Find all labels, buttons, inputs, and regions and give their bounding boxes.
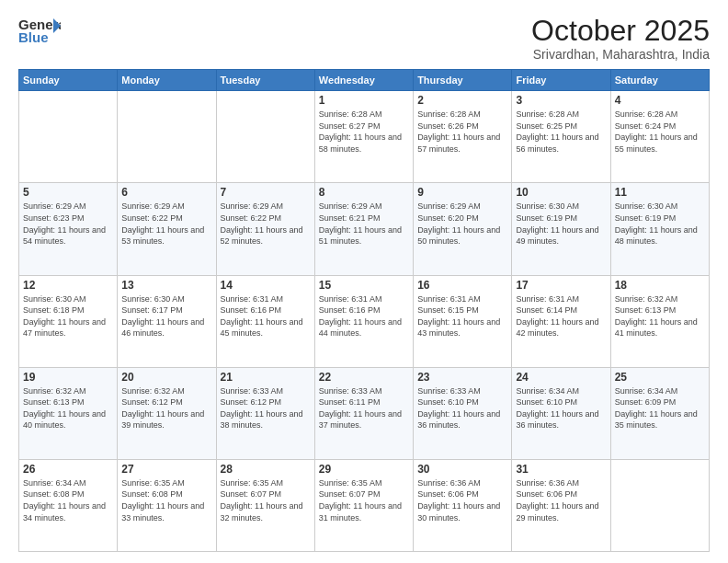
day-info: Sunrise: 6:30 AMSunset: 6:19 PMDaylight:…	[516, 201, 606, 247]
day-info: Sunrise: 6:35 AMSunset: 6:07 PMDaylight:…	[319, 477, 409, 523]
day-info: Sunrise: 6:36 AMSunset: 6:06 PMDaylight:…	[417, 477, 507, 523]
table-cell: 26 Sunrise: 6:34 AMSunset: 6:08 PMDaylig…	[19, 459, 118, 551]
table-cell: 11 Sunrise: 6:30 AMSunset: 6:19 PMDaylig…	[610, 183, 709, 275]
table-cell: 31 Sunrise: 6:36 AMSunset: 6:06 PMDaylig…	[512, 459, 610, 551]
col-sunday: Sunday	[19, 70, 118, 91]
logo: General Blue	[18, 15, 61, 53]
table-cell: 2 Sunrise: 6:28 AMSunset: 6:26 PMDayligh…	[414, 91, 512, 183]
day-number: 19	[23, 371, 113, 384]
day-info: Sunrise: 6:29 AMSunset: 6:21 PMDaylight:…	[319, 201, 409, 247]
table-cell: 28 Sunrise: 6:35 AMSunset: 6:07 PMDaylig…	[216, 459, 314, 551]
table-cell: 25 Sunrise: 6:34 AMSunset: 6:09 PMDaylig…	[610, 367, 709, 459]
day-number: 9	[417, 186, 507, 199]
table-cell: 14 Sunrise: 6:31 AMSunset: 6:16 PMDaylig…	[216, 275, 314, 367]
day-number: 8	[319, 186, 409, 199]
table-cell: 30 Sunrise: 6:36 AMSunset: 6:06 PMDaylig…	[414, 459, 512, 551]
week-row-1: 5 Sunrise: 6:29 AMSunset: 6:23 PMDayligh…	[19, 183, 710, 275]
table-cell: 20 Sunrise: 6:32 AMSunset: 6:12 PMDaylig…	[118, 367, 216, 459]
col-wednesday: Wednesday	[314, 70, 413, 91]
table-cell: 4 Sunrise: 6:28 AMSunset: 6:24 PMDayligh…	[610, 91, 709, 183]
table-cell: 12 Sunrise: 6:30 AMSunset: 6:18 PMDaylig…	[19, 275, 118, 367]
day-number: 13	[121, 279, 211, 292]
day-number: 27	[121, 463, 211, 476]
day-number: 16	[417, 279, 507, 292]
day-info: Sunrise: 6:32 AMSunset: 6:12 PMDaylight:…	[121, 385, 211, 431]
day-info: Sunrise: 6:29 AMSunset: 6:22 PMDaylight:…	[221, 201, 311, 247]
svg-text:Blue: Blue	[18, 29, 49, 45]
day-number: 10	[516, 186, 606, 199]
day-number: 31	[516, 463, 606, 476]
day-info: Sunrise: 6:31 AMSunset: 6:16 PMDaylight:…	[319, 293, 409, 339]
table-cell: 23 Sunrise: 6:33 AMSunset: 6:10 PMDaylig…	[414, 367, 512, 459]
day-number: 26	[23, 463, 113, 476]
table-cell: 24 Sunrise: 6:34 AMSunset: 6:10 PMDaylig…	[512, 367, 610, 459]
month-title: October 2025	[531, 15, 710, 47]
table-cell: 5 Sunrise: 6:29 AMSunset: 6:23 PMDayligh…	[19, 183, 118, 275]
day-info: Sunrise: 6:31 AMSunset: 6:16 PMDaylight:…	[221, 293, 311, 339]
table-cell: 6 Sunrise: 6:29 AMSunset: 6:22 PMDayligh…	[118, 183, 216, 275]
day-number: 25	[615, 371, 705, 384]
day-info: Sunrise: 6:28 AMSunset: 6:24 PMDaylight:…	[615, 109, 705, 155]
table-cell	[610, 459, 709, 551]
day-info: Sunrise: 6:34 AMSunset: 6:10 PMDaylight:…	[516, 385, 606, 431]
day-number: 17	[516, 279, 606, 292]
day-number: 3	[516, 94, 606, 107]
day-info: Sunrise: 6:29 AMSunset: 6:20 PMDaylight:…	[417, 201, 507, 247]
table-cell	[216, 91, 314, 183]
day-info: Sunrise: 6:33 AMSunset: 6:12 PMDaylight:…	[221, 385, 311, 431]
day-info: Sunrise: 6:32 AMSunset: 6:13 PMDaylight:…	[23, 385, 113, 431]
day-info: Sunrise: 6:35 AMSunset: 6:07 PMDaylight:…	[221, 477, 311, 523]
day-number: 18	[615, 279, 705, 292]
col-friday: Friday	[512, 70, 610, 91]
day-info: Sunrise: 6:28 AMSunset: 6:27 PMDaylight:…	[319, 109, 409, 155]
table-cell: 8 Sunrise: 6:29 AMSunset: 6:21 PMDayligh…	[314, 183, 413, 275]
table-cell: 21 Sunrise: 6:33 AMSunset: 6:12 PMDaylig…	[216, 367, 314, 459]
table-cell: 22 Sunrise: 6:33 AMSunset: 6:11 PMDaylig…	[314, 367, 413, 459]
table-cell: 7 Sunrise: 6:29 AMSunset: 6:22 PMDayligh…	[216, 183, 314, 275]
day-number: 30	[417, 463, 507, 476]
table-cell: 27 Sunrise: 6:35 AMSunset: 6:08 PMDaylig…	[118, 459, 216, 551]
day-info: Sunrise: 6:30 AMSunset: 6:18 PMDaylight:…	[23, 293, 113, 339]
table-cell: 29 Sunrise: 6:35 AMSunset: 6:07 PMDaylig…	[314, 459, 413, 551]
table-cell: 16 Sunrise: 6:31 AMSunset: 6:15 PMDaylig…	[414, 275, 512, 367]
day-info: Sunrise: 6:35 AMSunset: 6:08 PMDaylight:…	[121, 477, 211, 523]
day-info: Sunrise: 6:33 AMSunset: 6:11 PMDaylight:…	[319, 385, 409, 431]
day-number: 7	[221, 186, 311, 199]
header: General Blue October 2025 Srivardhan, Ma…	[18, 15, 710, 62]
page: General Blue October 2025 Srivardhan, Ma…	[0, 0, 728, 563]
day-info: Sunrise: 6:28 AMSunset: 6:26 PMDaylight:…	[417, 109, 507, 155]
table-cell: 19 Sunrise: 6:32 AMSunset: 6:13 PMDaylig…	[19, 367, 118, 459]
day-info: Sunrise: 6:34 AMSunset: 6:09 PMDaylight:…	[615, 385, 705, 431]
day-info: Sunrise: 6:36 AMSunset: 6:06 PMDaylight:…	[516, 477, 606, 523]
day-info: Sunrise: 6:28 AMSunset: 6:25 PMDaylight:…	[516, 109, 606, 155]
day-info: Sunrise: 6:31 AMSunset: 6:15 PMDaylight:…	[417, 293, 507, 339]
week-row-0: 1 Sunrise: 6:28 AMSunset: 6:27 PMDayligh…	[19, 91, 710, 183]
title-area: October 2025 Srivardhan, Maharashtra, In…	[531, 15, 710, 62]
table-cell: 15 Sunrise: 6:31 AMSunset: 6:16 PMDaylig…	[314, 275, 413, 367]
day-number: 15	[319, 279, 409, 292]
day-info: Sunrise: 6:29 AMSunset: 6:22 PMDaylight:…	[121, 201, 211, 247]
col-tuesday: Tuesday	[216, 70, 314, 91]
week-row-2: 12 Sunrise: 6:30 AMSunset: 6:18 PMDaylig…	[19, 275, 710, 367]
day-number: 29	[319, 463, 409, 476]
table-cell: 9 Sunrise: 6:29 AMSunset: 6:20 PMDayligh…	[414, 183, 512, 275]
day-info: Sunrise: 6:32 AMSunset: 6:13 PMDaylight:…	[615, 293, 705, 339]
table-cell: 13 Sunrise: 6:30 AMSunset: 6:17 PMDaylig…	[118, 275, 216, 367]
day-info: Sunrise: 6:34 AMSunset: 6:08 PMDaylight:…	[23, 477, 113, 523]
day-info: Sunrise: 6:30 AMSunset: 6:19 PMDaylight:…	[615, 201, 705, 247]
day-number: 4	[615, 94, 705, 107]
table-cell: 18 Sunrise: 6:32 AMSunset: 6:13 PMDaylig…	[610, 275, 709, 367]
day-number: 14	[221, 279, 311, 292]
day-number: 12	[23, 279, 113, 292]
day-number: 11	[615, 186, 705, 199]
table-cell: 1 Sunrise: 6:28 AMSunset: 6:27 PMDayligh…	[314, 91, 413, 183]
day-number: 6	[121, 186, 211, 199]
table-cell: 17 Sunrise: 6:31 AMSunset: 6:14 PMDaylig…	[512, 275, 610, 367]
week-row-3: 19 Sunrise: 6:32 AMSunset: 6:13 PMDaylig…	[19, 367, 710, 459]
col-monday: Monday	[118, 70, 216, 91]
day-number: 5	[23, 186, 113, 199]
table-cell	[118, 91, 216, 183]
day-number: 28	[221, 463, 311, 476]
day-number: 1	[319, 94, 409, 107]
day-number: 22	[319, 371, 409, 384]
